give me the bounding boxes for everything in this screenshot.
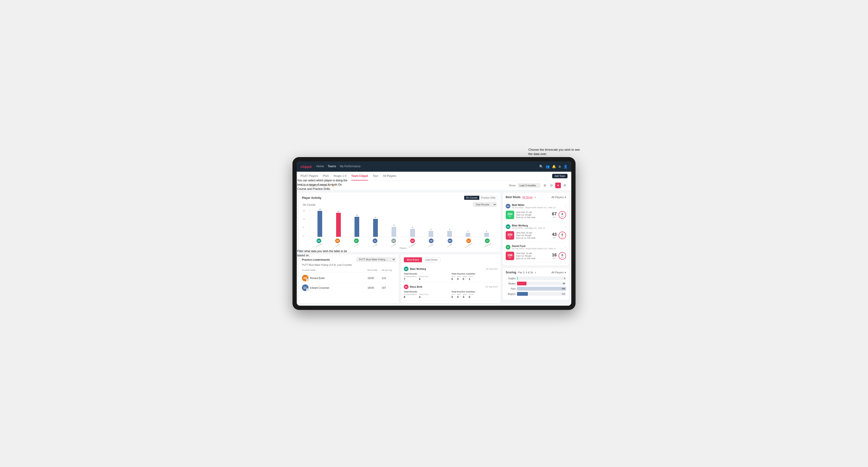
most-active-tab[interactable]: Most Active	[404, 257, 422, 262]
gtt-val-2: 0	[452, 295, 455, 299]
player-name-label-6: R. Butler	[429, 243, 434, 247]
nav-teams[interactable]: Teams	[328, 164, 336, 169]
player-avatar-circle-0: BM	[316, 239, 321, 243]
tab-all-players[interactable]: All Players	[383, 172, 396, 181]
score-bar-fill-0	[517, 276, 518, 280]
tab-tour[interactable]: Tour	[373, 172, 378, 181]
shot-chevron-right-2[interactable]: ›	[565, 225, 566, 228]
scoring-all-players-label: All Players	[552, 271, 564, 274]
shot-stat-circle-1: 0 yds	[559, 211, 566, 219]
people-icon[interactable]: 👥	[546, 165, 550, 168]
bar-8	[466, 233, 470, 237]
putt-val-2: 0	[469, 295, 474, 299]
shot-avatar-2: BM	[506, 224, 510, 229]
shot-item-3: DF David Ford 24 Aug 2023 · Royal North …	[506, 242, 566, 263]
shot-player-name-1: Matt Miller	[512, 204, 555, 206]
grid-large-icon[interactable]: ⊞	[542, 183, 548, 188]
timescale-select[interactable]: Last 3 months Last 6 months Last year	[518, 183, 540, 187]
bar-group-0: 13	[311, 208, 329, 237]
lb-name-2: Edward Crossman	[310, 286, 329, 289]
stat-section-rounds-2: Total Rounds Tournament 8 Practice	[404, 290, 450, 299]
scoring-players-filter[interactable]: All Players ▾	[552, 271, 566, 274]
score-bar-fill-1	[517, 282, 526, 285]
y-axis: 0 5 10 15	[303, 209, 309, 237]
heart-icon[interactable]: ♥	[555, 183, 561, 188]
shot-player-details-1: Matt Miller 09 Jun 2023 · Royal North De…	[512, 204, 555, 209]
bell-icon[interactable]: 🔔	[552, 165, 556, 168]
practice-drills-toggle[interactable]: Practice Drills	[479, 196, 497, 200]
on-course-toggle[interactable]: On Course	[464, 196, 479, 200]
all-shots-filter[interactable]: All Shots	[522, 196, 533, 199]
tab-team-clippd[interactable]: Team Clippd	[351, 172, 368, 181]
avatar-icon[interactable]: 👤	[563, 165, 567, 168]
search-icon[interactable]: 🔍	[539, 165, 543, 168]
nav-icons: 🔍 👥 🔔 ⊕ 👤	[539, 165, 567, 168]
player-avatar-circle-7: MM	[448, 239, 453, 243]
nav-links: Home Teams My Performance	[316, 164, 534, 169]
bar-value-2: 10	[356, 214, 358, 216]
bar-5	[410, 229, 415, 237]
chart-filter-select[interactable]: Total Rounds Fairways GIR	[473, 203, 497, 207]
shots-chevron-icon: ▾	[534, 196, 536, 198]
all-players-filter[interactable]: All Players ▾	[552, 196, 566, 199]
shot-details-3: 198 SG Shot Dist: 16 yds Start Lie: Roug…	[506, 252, 566, 260]
bar-group-4: 5	[385, 224, 403, 237]
stats-grid-1: Total Rounds Tournament 7 Practice	[404, 273, 498, 280]
shot-player-details-2: Blair McHarg 23 Jul 2023 · Ashridge GC, …	[512, 224, 545, 229]
putt-val-1: 1	[469, 278, 474, 280]
player-activity-title: Player Activity	[302, 196, 321, 199]
annotation-player-select: You can select which player is doing the…	[297, 178, 351, 191]
score-bar-val-2: 499	[562, 287, 565, 290]
app-val-2: 0	[457, 295, 461, 299]
shot-chevron-right-3[interactable]: ›	[565, 245, 566, 249]
lb-avatar-2: EC 🥈	[302, 284, 309, 291]
score-row-2: Pars499	[506, 287, 566, 290]
player-avatar-0: BMB. McHarg	[309, 239, 328, 246]
grid-small-icon[interactable]: ⊟	[549, 183, 554, 188]
least-active-tab[interactable]: Least Active	[422, 257, 441, 262]
shot-player-header-3: DF David Ford 24 Aug 2023 · Royal North …	[506, 245, 566, 250]
practice-val-2: 4	[419, 295, 428, 299]
stat-rounds-title-1: Total Rounds	[404, 273, 450, 275]
lb-table-header: PLAYER NAME PB SCORE PB AVG SQ	[302, 268, 396, 272]
lb-name-1: Richard Butler	[310, 277, 325, 280]
bar-6	[429, 231, 433, 237]
all-players-label: All Players	[552, 196, 564, 198]
arg-stat-2: ARG 0	[463, 293, 467, 299]
chart-area: On Course Total Rounds Fairways GIR	[302, 203, 498, 249]
main-content: Player Activity On Course Practice Drill…	[297, 190, 571, 306]
players-row: BMB. McHargBBB. BrittDFD. FordJCJ. Coles…	[309, 239, 497, 246]
shot-player-header-2: BM Blair McHarg 23 Jul 2023 · Ashridge G…	[506, 224, 566, 229]
shot-info-2: Shot Dist: 43 yds Start Lie: Rough End L…	[516, 231, 550, 239]
player-name-label-4: E. Ebert	[391, 243, 396, 247]
shot-chevron-right-1[interactable]: ›	[565, 204, 566, 208]
best-shots-title: Best Shots	[506, 195, 521, 199]
settings-icon[interactable]: ⚙	[562, 183, 567, 188]
putt-label-2: PUTT	[469, 293, 474, 295]
y-label-15: 15	[303, 210, 308, 212]
leaderboard-card: Practice Leaderboards PUTT Must Make Put…	[299, 254, 399, 303]
bar-value-0: 13	[319, 208, 321, 210]
y-label-0: 0	[303, 235, 308, 237]
best-shots-card: Best Shots All Shots ▾ All Players ▾	[503, 193, 569, 266]
par-filter[interactable]: Par 3, 4 & 5s	[518, 271, 533, 274]
practice-label-1: Practice	[419, 276, 428, 278]
bar-7	[447, 231, 452, 237]
bar-9	[484, 233, 489, 237]
shot-badge-1: 200 SG	[506, 211, 514, 219]
shot-avatar-3: DF	[506, 245, 510, 250]
nav-my-performance[interactable]: My Performance	[340, 164, 361, 169]
arg-label-2: ARG	[463, 293, 467, 295]
shot-details-1: 200 SG Shot Dist: 67 yds Start Lie: Roug…	[506, 211, 566, 219]
nav-home[interactable]: Home	[316, 164, 324, 169]
add-team-button[interactable]: Add Team	[552, 174, 567, 178]
score-bar-wrap-3: 111	[517, 292, 566, 296]
lb-row-1: RB 🥇 Richard Butler 19/20 110	[302, 273, 396, 283]
chart-inner: 1312109543322 BMB. McHargBBB. BrittDFD. …	[309, 209, 497, 249]
shot-stat-2: 43 yds	[552, 232, 557, 239]
add-circle-icon[interactable]: ⊕	[558, 165, 561, 168]
leaderboard-filter-select[interactable]: PUTT Must Make Putting ...	[356, 257, 396, 262]
tournament-stat-2: Tournament 8	[404, 293, 417, 299]
activity-avatar-2: RB	[404, 284, 408, 289]
shot-stat-3: 16 yds	[552, 253, 557, 259]
